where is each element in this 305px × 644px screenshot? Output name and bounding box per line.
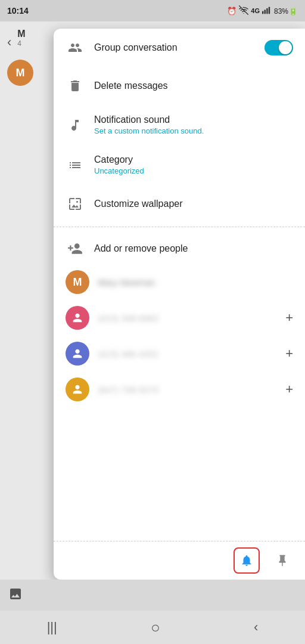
menu-text-group: Group conversation — [94, 42, 264, 53]
pin-button[interactable] — [269, 547, 295, 574]
contact-avatar-4 — [66, 377, 89, 401]
section-people-header: Add or remove people — [54, 231, 305, 264]
menu-item-notification-sound[interactable]: Notification sound Set a custom notifica… — [54, 105, 305, 145]
music-icon — [66, 116, 85, 135]
contact-name-3: (415) 466-4301 — [98, 349, 285, 359]
menu-item-wallpaper[interactable]: Customize wallpaper — [54, 185, 305, 223]
svg-rect-3 — [269, 7, 270, 14]
svg-rect-1 — [264, 10, 266, 14]
menu-text-wallpaper: Customize wallpaper — [94, 199, 293, 209]
svg-rect-2 — [266, 8, 267, 14]
camera-icon[interactable] — [8, 587, 23, 604]
nav-bar: ||| ○ ‹ — [0, 611, 305, 644]
menu-text-category: Category Uncategorized — [94, 154, 293, 175]
nav-recent-icon[interactable]: ||| — [47, 620, 57, 635]
contact-avatar-3 — [66, 342, 89, 366]
group-toggle[interactable] — [264, 40, 293, 55]
menu-label-category: Category — [94, 154, 293, 165]
contact-row[interactable]: M Mary Newman — [54, 264, 305, 300]
contact-name-4: (647) 708-5075 — [98, 385, 285, 395]
menu-text-notification: Notification sound Set a custom notifica… — [94, 114, 293, 135]
chat-avatar: M — [7, 60, 33, 86]
contact-row[interactable]: (647) 708-5075 + — [54, 371, 305, 407]
signal-icon — [262, 6, 272, 16]
menu-text-delete: Delete messages — [94, 80, 293, 91]
wallpaper-icon — [66, 194, 85, 213]
contact-add-4[interactable]: + — [285, 382, 293, 397]
battery-icon: 83%🔋 — [274, 7, 298, 16]
contact-add-3[interactable]: + — [285, 346, 293, 361]
nav-home-icon[interactable]: ○ — [151, 618, 160, 637]
bottom-toolbar — [0, 580, 305, 611]
action-bar — [54, 541, 305, 580]
menu-sublabel-category: Uncategorized — [94, 166, 293, 175]
contact-add-2[interactable]: + — [285, 310, 293, 326]
menu-label-delete: Delete messages — [94, 80, 293, 91]
alarm-icon: ⏰ — [227, 7, 236, 16]
bell-button[interactable] — [234, 547, 260, 574]
menu-label-wallpaper: Customize wallpaper — [94, 199, 293, 209]
group-icon — [66, 38, 85, 57]
status-bar: 10:14 ⏰ 4G 83%🔋 — [0, 0, 305, 21]
divider-1 — [54, 227, 305, 227]
lte-icon: 4G — [251, 7, 260, 14]
menu-sublabel-notification: Set a custom notification sound. — [94, 126, 293, 135]
trash-icon — [66, 76, 85, 95]
contact-name-1: Mary Newman — [98, 277, 293, 287]
category-icon — [66, 156, 85, 175]
svg-rect-0 — [262, 11, 263, 14]
nav-back-icon[interactable]: ‹ — [254, 620, 258, 635]
status-icons: ⏰ 4G 83%🔋 — [227, 5, 298, 17]
person-add-icon — [66, 239, 85, 258]
menu-item-delete-messages[interactable]: Delete messages — [54, 67, 305, 105]
contact-avatar-1: M — [66, 270, 89, 294]
contact-avatar-2 — [66, 306, 89, 330]
menu-label-group: Group conversation — [94, 42, 264, 53]
status-time: 10:14 — [7, 6, 29, 16]
contact-name-2: (415) 308-6962 — [98, 313, 285, 323]
chat-subtitle: 4 — [17, 39, 25, 48]
dropdown-panel: Group conversation Delete messages Notif… — [54, 29, 305, 580]
menu-item-category[interactable]: Category Uncategorized — [54, 145, 305, 185]
contact-row[interactable]: (415) 308-6962 + — [54, 300, 305, 336]
chat-title: M — [17, 29, 25, 39]
menu-label-notification: Notification sound — [94, 114, 293, 125]
contact-row[interactable]: (415) 466-4301 + — [54, 336, 305, 371]
menu-item-group-conversation[interactable]: Group conversation — [54, 29, 305, 67]
wifi-icon — [239, 5, 248, 17]
chat-header: M 4 — [17, 29, 25, 48]
section-title-people: Add or remove people — [94, 243, 188, 254]
back-button[interactable]: ‹ — [7, 35, 11, 50]
